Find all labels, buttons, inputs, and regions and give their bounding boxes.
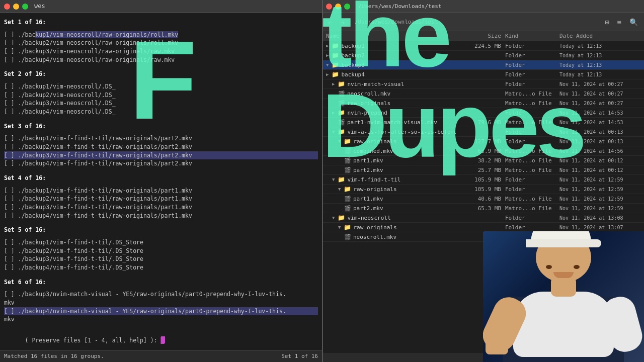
terminal-status-bar: Matched 16 files in 16 groups. Set 1 of …	[0, 350, 322, 362]
finder-row-part2-f[interactable]: 🎬 part2.mkv 65.3 MB Matro...o File Nov 1…	[322, 204, 644, 213]
thumb	[492, 318, 501, 332]
preserve-prompt: ( Preserve files [1 - 4, all, help] ): █	[4, 328, 318, 353]
finder-row-part1-nvim[interactable]: 🎬 part1-nvim-match-visual.mkv 79.6 MB Ma…	[322, 118, 644, 127]
finder-path: /Users/wes/Downloads/test	[358, 3, 442, 10]
set3-line3: [ ] ./backup3/vim-f-find-t-til/raw-origi…	[4, 151, 318, 160]
set2-header: Set 2 of 16:	[4, 70, 318, 78]
col-kind-header[interactable]: Kind	[505, 33, 555, 39]
col-date-header[interactable]: Date Added	[559, 33, 640, 39]
webcam-overlay	[483, 231, 644, 362]
finder-row-raw-originals1[interactable]: 🎬 raw-originals Matro...o File Nov 11, 2…	[322, 99, 644, 108]
set5-header: Set 5 of 16:	[4, 226, 318, 234]
finder-toolbar: ← → /Users/wes/Downloads/test ⊞ ≡ 🔍	[322, 13, 644, 31]
finder-row-raw-orig-vim-a[interactable]: ▼📁 raw-originals 127.7 MB Folder Nov 11,…	[322, 137, 644, 146]
set5-line2: [ ] ./backup2/vim-f-find-t-til/.DS_Store	[4, 247, 318, 255]
set5-line4: [ ] ./backup4/vim-f-find-t-til/.DS_Store	[4, 263, 318, 272]
set1-line3: [ ] ./backup3/vim-neoscroll/raw-original…	[4, 47, 318, 56]
terminal-panel: wes Set 1 of 16: [ ] ./backup1/vim-neosc…	[0, 0, 322, 362]
back-button[interactable]: ←	[326, 17, 334, 27]
finder-column-headers: Name Size Kind Date Added	[322, 31, 644, 41]
finder-row-vim-neo[interactable]: ▼📁 vim-neoscroll Folder Nov 11, 2024 at …	[322, 213, 644, 223]
set4-line4: [ ] ./backup4/vim-f-find-t-til/raw-origi…	[4, 212, 318, 220]
forward-button[interactable]: →	[338, 17, 346, 27]
set6-line2: [ ] ./backup4/nvim-match-visual - YES/ra…	[4, 307, 318, 316]
set4-line1: [ ] ./backup1/vim-f-find-t-til/raw-origi…	[4, 187, 318, 195]
set1-line1: [ ] ./backup1/vim-neoscroll/raw-original…	[4, 31, 318, 39]
set3-line1: [ ] ./backup1/vim-f-find-t-til/raw-origi…	[4, 134, 318, 143]
set2-line3: [ ] ./backup3/vim-neoscroll/.DS_	[4, 99, 318, 108]
eye-left	[546, 265, 552, 269]
set6-line1b: mkv	[4, 299, 318, 307]
finder-row-neoscroll1[interactable]: 🎬 neoscroll.mkv Matro...o File Nov 11, 2…	[322, 89, 644, 99]
finder-titlebar: /Users/wes/Downloads/test	[322, 0, 644, 13]
set6-line1: [ ] ./backup3/nvim-match-visual - YES/ra…	[4, 290, 318, 299]
set2-line1: [ ] ./backup1/vim-neoscroll/.DS_	[4, 82, 318, 91]
finder-minimize-button[interactable]	[335, 4, 341, 10]
set2-line2: [ ] ./backup2/vim-neoscroll/.DS_	[4, 91, 318, 100]
finder-row-part2-a[interactable]: 🎬 part2.mkv 25.7 MB Matro...o File Nov 1…	[322, 165, 644, 175]
body-shirt	[513, 292, 614, 357]
col-size-header[interactable]: Size	[456, 33, 501, 39]
set3-line4: [ ] ./backup4/vim-f-find-t-til/raw-origi…	[4, 159, 318, 168]
set3-header: Set 3 of 16:	[4, 122, 318, 131]
set2-line4: [ ] ./backup4/vim-neoscroll/.DS_	[4, 108, 318, 116]
finder-row-backup2[interactable]: ▶📁 backup2 Folder Today at 12:13	[322, 51, 644, 60]
view-list-button[interactable]: ≡	[615, 17, 623, 27]
set6-line2b: mkv	[4, 315, 318, 324]
search-button[interactable]: 🔍	[627, 17, 640, 27]
minimize-button[interactable]	[13, 4, 19, 10]
finder-row-vim-f[interactable]: ▼📁 vim-f-find-t-til 105.9 MB Folder Nov …	[322, 175, 644, 185]
panel-divider	[322, 0, 323, 362]
close-button[interactable]	[4, 4, 10, 10]
terminal-title: wes	[34, 2, 45, 11]
finder-row-part1-a[interactable]: 🎬 part1.mkv 38.2 MB Matro...o File Nov 1…	[322, 156, 644, 165]
finder-row-backup4[interactable]: ▶📁 backup4 Folder Today at 12:13	[322, 70, 644, 79]
eye-right	[574, 265, 580, 269]
hand-thumbsup	[486, 327, 508, 354]
set6-header: Set 6 of 16:	[4, 278, 318, 287]
set4-line3: [ ] ./backup3/vim-f-find-t-til/raw-origi…	[4, 203, 318, 212]
finder-row-backup1[interactable]: ▶📁 backup1 224.5 MB Folder Today at 12:1…	[322, 41, 644, 51]
view-icons-button[interactable]: ⊞	[603, 17, 611, 27]
finder-row-combined[interactable]: 🎬 combined.mkv 63.9 MB Matro...o File No…	[322, 146, 644, 156]
terminal-content: Set 1 of 16: [ ] ./backup1/vim-neoscroll…	[0, 13, 322, 362]
cap-brim	[526, 239, 601, 247]
finder-row-vim-a[interactable]: ▼📁 vim-a-is-for-after-so-i-is-before Fol…	[322, 127, 644, 137]
set4-line2: [ ] ./backup2/vim-f-find-t-til/raw-origi…	[4, 195, 318, 203]
toolbar-path: /Users/wes/Downloads/test	[355, 19, 438, 25]
status-right: Set 1 of 16	[281, 352, 318, 360]
finder-maximize-button[interactable]	[344, 4, 350, 10]
set5-line1: [ ] ./backup1/vim-f-find-t-til/.DS_Store	[4, 238, 318, 247]
finder-row-backup3[interactable]: ▼📁 backup3 Folder Today at 12:13	[322, 60, 644, 70]
maximize-button[interactable]	[22, 4, 28, 10]
finder-row-raw-orig-vim-f[interactable]: ▼📁 raw-originals 105.9 MB Folder Nov 11,…	[322, 185, 644, 194]
set1-header: Set 1 of 16:	[4, 18, 318, 27]
set3-line2: [ ] ./backup2/vim-f-find-t-til/raw-origi…	[4, 143, 318, 151]
finder-row-nvim-prepend[interactable]: ▶📁 nvim-prepend Folder Nov 11, 2024 at 1…	[322, 108, 644, 118]
set1-line2: [ ] ./backup2/vim-neoscroll/raw-original…	[4, 39, 318, 47]
finder-row-nvim-match[interactable]: ▶📁 nvim-match-visual Folder Nov 11, 2024…	[322, 79, 644, 89]
finder-close-button[interactable]	[326, 4, 332, 10]
smile	[553, 272, 574, 278]
status-left: Matched 16 files in 16 groups.	[4, 352, 104, 360]
set4-header: Set 4 of 16:	[4, 174, 318, 183]
terminal-titlebar: wes	[0, 0, 322, 13]
webcam-background	[483, 231, 644, 362]
set5-line3: [ ] ./backup3/vim-f-find-t-til/.DS_Store	[4, 255, 318, 263]
set1-line4: [ ] ./backup4/vim-neoscroll/raw-original…	[4, 56, 318, 64]
col-name-header[interactable]: Name	[326, 33, 456, 39]
finder-row-part1-f[interactable]: 🎬 part1.mkv 40.6 MB Matro...o File Nov 1…	[322, 194, 644, 204]
